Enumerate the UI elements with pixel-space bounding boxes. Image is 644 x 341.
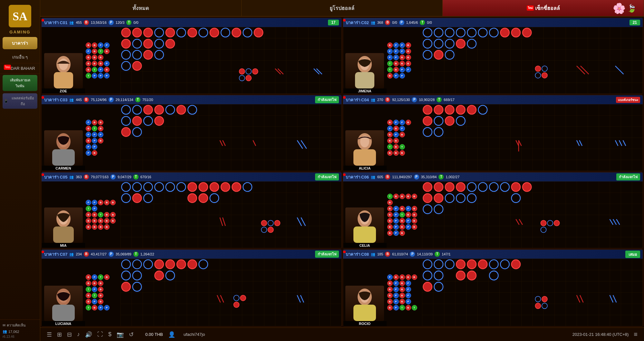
platform-button[interactable]: 📱 แพลตฟอร์มมือถือ [3, 93, 37, 109]
svg-point-96 [445, 106, 454, 115]
svg-rect-204 [422, 259, 643, 326]
new-tag-tab: ใหม่ [527, 5, 534, 11]
svg-point-222 [542, 296, 547, 302]
table-c08[interactable]: บาคาร่า C08 👥 185 B 61,010/74 P 14,110/3… [343, 249, 643, 327]
bottom-bar: ☰ ⊞ ⊟ ♪ 🔊 ⛶ $ 📷 ↺ 0.00 THB 👤 ufachi747jo… [40, 327, 644, 341]
table-c01-body: ZOE BBPP PBTB BBB BBBP BTPB TPPP [42, 27, 341, 94]
table-c02-id: บาคาร่า C02 [346, 19, 369, 26]
bead-grid-c01 [120, 27, 341, 94]
svg-point-125 [199, 183, 207, 192]
svg-point-140 [268, 227, 274, 233]
user-count: 👥 17,062 [3, 329, 37, 334]
svg-rect-115 [53, 226, 74, 243]
dealer-c07: LUCIANA [42, 259, 85, 326]
svg-rect-146 [353, 226, 376, 243]
svg-point-100 [423, 116, 432, 125]
svg-point-77 [177, 106, 186, 115]
svg-point-150 [434, 183, 443, 192]
table-c06[interactable]: บาคาร่า C06 👥 605 B 111,840/297 P 35,310… [343, 172, 643, 248]
svg-point-158 [522, 183, 531, 192]
hamburger-menu[interactable]: ≡ [634, 331, 638, 338]
dealer-c04: ALICIA [343, 104, 387, 171]
players-icon-c01: 👥 [69, 21, 74, 25]
svg-point-59 [434, 50, 443, 59]
svg-point-16 [121, 39, 130, 48]
svg-point-97 [456, 106, 465, 115]
svg-point-12 [188, 28, 197, 37]
dealer-c02: JIMENA [343, 27, 387, 94]
feedback-button[interactable]: ✉ ความคิดเห็น [3, 322, 37, 328]
tab-all[interactable]: ทั้งหมด [40, 0, 242, 16]
tab-euro[interactable]: ยูโรปฮอลล์ [242, 0, 443, 16]
sidebar-bottom: ✉ ความคิดเห็น 👥 17,062 r6.13.46 [0, 319, 40, 341]
svg-rect-93 [422, 104, 643, 171]
grid-small-icon[interactable]: ⊞ [57, 331, 62, 338]
users-icon: 👥 [3, 329, 7, 334]
add-money-button[interactable]: เติมพันลายเต วิมพัน [3, 75, 37, 91]
table-c01[interactable]: บาคาร่า C01 👥 455 B 13,563/16 P 120/3 T … [41, 18, 342, 94]
svg-point-169 [554, 220, 559, 226]
dealer-c02-name: JIMENA [343, 88, 387, 94]
svg-point-56 [456, 39, 465, 48]
svg-point-138 [274, 220, 280, 226]
svg-rect-3 [54, 72, 73, 88]
top-tabs: ทั้งหมด ยูโรปฮอลล์ ใหม่ เซ็กซี่ฮอลล์ 🌸 🍃 [40, 0, 644, 17]
svg-point-83 [121, 128, 130, 137]
camera-icon[interactable]: 📷 [117, 331, 124, 338]
svg-point-195 [240, 295, 246, 301]
svg-point-14 [210, 28, 219, 37]
svg-point-126 [210, 183, 219, 192]
svg-point-183 [155, 260, 163, 269]
list-icon[interactable]: ☰ [47, 331, 52, 338]
table-c04[interactable]: บาคาร่า C04 👥 270 B 92,125/130 P 10,902/… [343, 95, 643, 171]
svg-point-27 [232, 28, 241, 37]
svg-point-82 [155, 116, 163, 125]
svg-point-52 [522, 28, 531, 37]
dot-chips-c01: BBPP PBTB BBB BBBP BTPB TPPP [85, 27, 120, 94]
user-icon: 👤 [168, 331, 175, 338]
dealer-c05: MIA [42, 181, 85, 248]
top-deco: 🌸 🍃 [605, 0, 644, 17]
svg-rect-117 [120, 181, 341, 248]
table-c03[interactable]: บาคาร่า C03 👥 445 B 75,124/96 P 29,114/1… [41, 95, 342, 171]
baccarat-button[interactable]: บาคาร่า [3, 37, 37, 49]
svg-point-80 [133, 116, 141, 125]
svg-point-50 [500, 28, 509, 37]
svg-point-10 [166, 28, 175, 37]
svg-point-75 [155, 106, 163, 115]
svg-point-131 [133, 194, 141, 203]
svg-point-209 [467, 260, 476, 269]
dealer-c06: CELIA [343, 181, 387, 248]
refresh-icon[interactable]: ↺ [129, 331, 134, 338]
svg-point-8 [144, 28, 152, 37]
music-icon[interactable]: ♪ [77, 331, 80, 338]
svg-point-94 [423, 106, 432, 115]
svg-point-30 [239, 69, 245, 74]
svg-point-219 [423, 282, 432, 291]
version-label: r6.13.46 [3, 335, 37, 338]
table-c07[interactable]: บาคาร่า C07 👥 234 B 43,417/27 P 35,069/8… [41, 249, 342, 327]
sidebar-item-andar-bahar[interactable]: ใหม่ ANDAR BAHAR [0, 63, 40, 74]
currency-icon[interactable]: $ [108, 331, 111, 338]
grid-large-icon[interactable]: ⊟ [67, 331, 72, 338]
svg-point-32 [253, 69, 258, 74]
svg-point-26 [133, 61, 141, 70]
svg-point-184 [166, 260, 175, 269]
svg-point-152 [456, 183, 465, 192]
mobile-icon: 📱 [4, 99, 8, 103]
svg-point-127 [221, 183, 230, 192]
svg-point-217 [467, 271, 476, 280]
sidebar: SA GAMING บาคาร่า เกมอื่น ๆ ใหม่ ANDAR B… [0, 0, 40, 341]
svg-point-192 [121, 282, 130, 291]
datetime-display: 2023-01-21 16:48:40 (UTC+8) [572, 332, 629, 337]
sidebar-item-other-games[interactable]: เกมอื่น ๆ [0, 51, 40, 63]
table-c02[interactable]: บาคาร่า C02 👥 368 B 0/0 P 1,645/6 T 0/0 … [343, 18, 643, 94]
table-c05[interactable]: บาคาร่า C05 👥 363 B 79,077/163 P 9,047/2… [41, 172, 342, 248]
svg-point-34 [246, 75, 251, 81]
svg-point-134 [199, 194, 207, 203]
table-c02-header: บาคาร่า C02 👥 368 B 0/0 P 1,645/6 T 0/0 … [343, 18, 643, 27]
dealer-c08: ROCIO [343, 259, 387, 326]
sound-icon[interactable]: 🔊 [85, 331, 92, 338]
svg-point-151 [445, 183, 454, 192]
fullscreen-icon[interactable]: ⛶ [97, 331, 103, 338]
